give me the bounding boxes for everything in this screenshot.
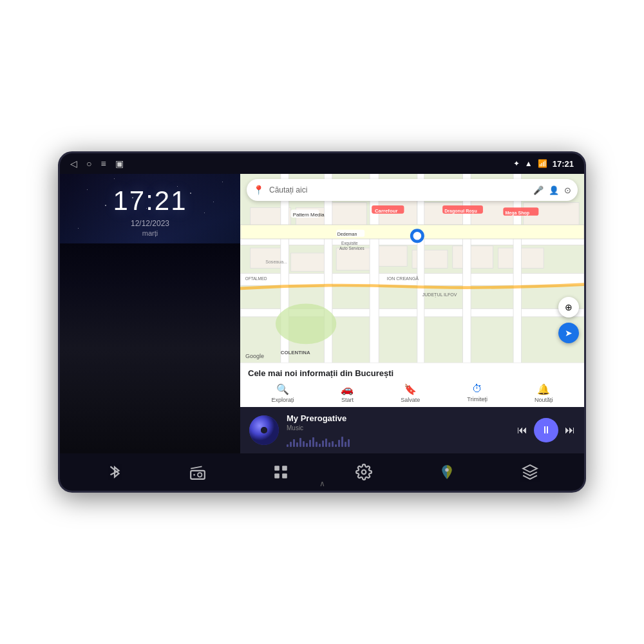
svg-rect-80	[282, 473, 287, 478]
search-input[interactable]: Căutați aici	[269, 185, 528, 194]
svg-point-53	[413, 232, 422, 240]
tab-salvate-label: Salvate	[401, 397, 420, 403]
dock-maps[interactable]	[439, 464, 455, 480]
svg-point-51	[276, 303, 336, 344]
svg-text:ION CREANGĂ: ION CREANGĂ	[387, 276, 419, 281]
wifi-status-icon: ▲	[525, 159, 533, 168]
map-svg-area: Pattern Media Carrefour Dragonul Roșu Me…	[240, 174, 584, 363]
status-time: 17:21	[553, 159, 574, 169]
svg-text:COLENTINA: COLENTINA	[281, 350, 310, 355]
svg-rect-47	[417, 174, 424, 363]
svg-text:Dedeman: Dedeman	[337, 232, 357, 236]
map-container: Pattern Media Carrefour Dragonul Roșu Me…	[240, 174, 584, 363]
music-subtitle: Music	[287, 424, 509, 431]
bottom-dock: ∧	[60, 453, 584, 491]
status-bar: ◁ ○ ≡ ▣ ✦ ▲ 📶 17:21	[60, 153, 584, 174]
left-panel: 17:21 12/12/2023 marți	[60, 174, 240, 453]
svg-rect-37	[377, 246, 407, 266]
tab-noutăți[interactable]: 🔔 Noutăți	[529, 382, 558, 404]
tab-salvate[interactable]: 🔖 Salvate	[395, 382, 425, 404]
music-player: My Prerogative Music	[240, 407, 584, 453]
tab-start[interactable]: 🚗 Start	[336, 382, 359, 404]
svg-rect-79	[274, 473, 279, 478]
maps-info-title: Cele mai noi informații din București	[248, 368, 576, 378]
start-icon: 🚗	[341, 383, 354, 395]
svg-text:Auto Services: Auto Services	[339, 246, 365, 251]
svg-text:Dragonul Roșu: Dragonul Roșu	[444, 209, 477, 214]
crosshair-icon: ⊕	[565, 302, 573, 312]
music-info: My Prerogative Music	[287, 413, 509, 447]
send-icon: ⏱	[472, 383, 482, 395]
svg-rect-36	[336, 248, 372, 270]
svg-point-81	[361, 470, 366, 475]
svg-point-76	[193, 474, 194, 475]
date-display: 12/12/2023	[131, 219, 169, 228]
tab-noutăți-label: Noutăți	[535, 397, 553, 403]
device-frame: ◁ ○ ≡ ▣ ✦ ▲ 📶 17:21	[58, 151, 586, 493]
back-icon[interactable]: ◁	[70, 158, 77, 169]
svg-rect-77	[274, 466, 279, 471]
maps-bottom-bar: Cele mai noi informații din București 🔍 …	[240, 363, 584, 407]
nav-buttons: ◁ ○ ≡ ▣	[70, 158, 124, 169]
tab-explorați[interactable]: 🔍 Explorați	[266, 382, 299, 404]
dock-cube[interactable]	[522, 464, 538, 480]
svg-text:Mega Shop: Mega Shop	[505, 211, 529, 216]
bluetooth-status-icon: ✦	[513, 159, 520, 168]
svg-rect-46	[370, 174, 379, 363]
svg-rect-29	[331, 202, 366, 227]
svg-text:Exquisite: Exquisite	[341, 241, 358, 246]
svg-text:OFTALMED: OFTALMED	[245, 276, 267, 281]
clock-display: 17:21	[113, 185, 187, 216]
svg-rect-78	[282, 466, 287, 471]
explore-icon: 🔍	[276, 383, 289, 395]
tab-trimiteți[interactable]: ⏱ Trimiteți	[462, 382, 493, 404]
svg-rect-34	[251, 248, 286, 268]
album-art	[249, 415, 279, 445]
dock-bluetooth[interactable]	[106, 464, 123, 480]
main-content: 17:21 12/12/2023 marți	[60, 174, 584, 453]
bottom-chevron-icon[interactable]: ∧	[319, 479, 325, 488]
car-tunnel-visual	[60, 243, 240, 453]
svg-point-82	[445, 468, 448, 471]
svg-rect-39	[453, 246, 493, 269]
right-panel: Pattern Media Carrefour Dragonul Roșu Me…	[240, 174, 584, 453]
maps-nav-tabs: 🔍 Explorați 🚗 Start 🔖 Salvate ⏱ Trimiteț…	[248, 382, 576, 404]
more-options-icon[interactable]: ⊙	[564, 185, 571, 195]
svg-point-71	[249, 415, 279, 445]
svg-rect-49	[513, 174, 522, 363]
music-waveform	[287, 434, 509, 447]
svg-point-72	[261, 427, 267, 433]
dock-apps[interactable]	[272, 464, 289, 480]
music-title: My Prerogative	[287, 413, 509, 423]
recent-icon[interactable]: ▣	[115, 158, 124, 169]
news-icon: 🔔	[537, 383, 550, 395]
svg-rect-48	[463, 174, 471, 363]
tab-start-label: Start	[341, 397, 354, 403]
mic-search-icon[interactable]: 🎤	[533, 185, 544, 195]
account-icon[interactable]: 👤	[549, 185, 559, 195]
dock-radio[interactable]	[189, 464, 206, 480]
pause-icon: ⏸	[541, 424, 551, 436]
play-pause-button[interactable]: ⏸	[534, 418, 558, 442]
prev-button[interactable]: ⏮	[517, 424, 527, 436]
svg-line-75	[191, 466, 202, 468]
svg-text:JUDEȚUL ILFOV: JUDEȚUL ILFOV	[422, 292, 457, 298]
map-location-button[interactable]: ⊕	[558, 297, 579, 317]
tab-explorați-label: Explorați	[271, 397, 294, 403]
tab-trimiteți-label: Trimiteți	[467, 396, 488, 402]
signal-status-icon: 📶	[538, 159, 547, 168]
music-controls: ⏮ ⏸ ⏭	[517, 418, 575, 442]
saved-icon: 🔖	[404, 383, 417, 395]
next-button[interactable]: ⏭	[565, 424, 575, 436]
map-navigate-button[interactable]: ➤	[558, 323, 579, 343]
menu-icon[interactable]: ≡	[100, 158, 106, 169]
status-indicators: ✦ ▲ 📶 17:21	[513, 159, 574, 169]
svg-point-74	[198, 473, 202, 477]
day-display: marți	[142, 229, 158, 237]
google-logo: Google	[245, 353, 264, 359]
dock-settings[interactable]	[355, 464, 372, 480]
svg-text:Pattern Media: Pattern Media	[293, 212, 325, 218]
map-search-bar[interactable]: 📍 Căutați aici 🎤 👤 ⊙	[247, 179, 578, 201]
home-icon[interactable]: ○	[86, 158, 91, 169]
navigate-icon: ➤	[565, 328, 573, 338]
